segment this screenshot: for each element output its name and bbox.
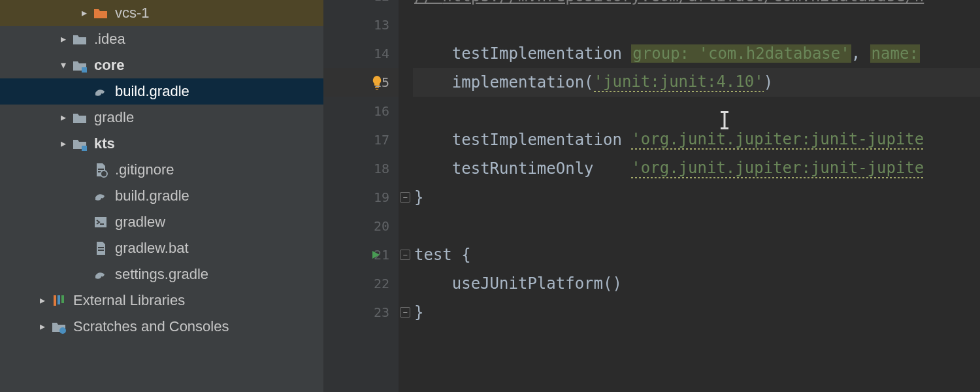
code-named-arg: group: 'com.h2database' [631, 44, 851, 63]
chevron-down-icon[interactable]: ▾ [56, 60, 71, 71]
code-line[interactable]: testImplementation 'org.junit.jupiter:ju… [413, 125, 980, 154]
code-identifier: implementation [452, 73, 584, 91]
tree-item-label: .idea [94, 31, 125, 48]
svg-point-11 [59, 327, 66, 334]
code-brace: } [414, 303, 423, 321]
fold-cell [399, 154, 413, 183]
code-line[interactable]: useJUnitPlatform() [413, 269, 980, 298]
text-icon [91, 239, 110, 257]
code-string: 'org.junit.jupiter:junit-jupite [631, 130, 924, 150]
svg-rect-1 [82, 146, 87, 151]
run-gutter-icon[interactable] [370, 250, 381, 260]
svg-rect-7 [98, 250, 104, 251]
tree-item[interactable]: ▸build.gradle [0, 78, 323, 105]
gutter-line[interactable]: 21 [323, 240, 399, 269]
line-number: 14 [374, 46, 389, 61]
tree-item[interactable]: ▸settings.gradle [0, 261, 323, 287]
tree-item[interactable]: ▸.gitignore [0, 157, 323, 183]
gutter-line[interactable]: 17 [323, 125, 399, 154]
gutter-line[interactable]: 22 [323, 269, 399, 298]
code-line[interactable]: } [413, 183, 980, 212]
svg-rect-6 [98, 247, 104, 248]
scratches-icon [50, 318, 68, 336]
tree-item[interactable]: ▸.idea [0, 26, 323, 52]
fold-cell[interactable]: − [399, 298, 413, 327]
fold-cell [399, 39, 413, 68]
gutter-line[interactable]: 14 [323, 39, 399, 68]
fold-start-icon[interactable]: − [400, 250, 410, 260]
module-icon [71, 135, 89, 153]
chevron-right-icon[interactable]: ▸ [56, 139, 71, 149]
code-line[interactable] [413, 97, 980, 125]
fold-cell[interactable]: − [399, 240, 413, 269]
gutter-line[interactable]: 13 [323, 10, 399, 39]
fold-cell [399, 0, 413, 10]
gutter-line[interactable]: 23 [323, 298, 399, 327]
gutter-line[interactable]: 16 [323, 97, 399, 125]
fold-end-icon[interactable]: − [400, 192, 410, 203]
fold-cell [399, 212, 413, 240]
gutter-line[interactable]: 19 [323, 183, 399, 212]
line-number: 19 [374, 189, 389, 205]
chevron-right-icon[interactable]: ▸ [77, 8, 91, 18]
tree-item[interactable]: ▸gradlew [0, 209, 323, 235]
code-line[interactable]: } [413, 298, 980, 327]
tree-item[interactable]: ▸kts [0, 131, 323, 157]
gutter-line[interactable]: 12 [323, 0, 399, 10]
code-editor[interactable]: // https://mvnrepository.com/artifact/co… [413, 0, 980, 392]
code-line[interactable]: testRuntimeOnly 'org.junit.jupiter:junit… [413, 154, 980, 183]
fold-strip[interactable]: −−− [399, 0, 413, 392]
tree-item[interactable]: ▸gradle [0, 105, 323, 131]
fold-end-icon[interactable]: − [400, 307, 410, 318]
code-identifier: testImplementation [452, 131, 632, 149]
gutter-line[interactable]: 20 [323, 212, 399, 240]
module-icon [71, 56, 89, 74]
code-line[interactable]: testImplementation group: 'com.h2databas… [413, 39, 980, 68]
code-line[interactable]: test { [413, 240, 980, 269]
tree-item-label: External Libraries [73, 292, 185, 309]
sh-icon [91, 213, 110, 231]
intention-bulb-icon[interactable] [369, 74, 385, 90]
code-line[interactable] [413, 212, 980, 240]
gradle-icon [91, 82, 110, 101]
tree-item[interactable]: ▾core [0, 52, 323, 78]
gutter-line[interactable]: 18 [323, 154, 399, 183]
code-identifier: test [414, 246, 461, 264]
tree-item[interactable]: ▸build.gradle [0, 183, 323, 209]
code-identifier: testRuntimeOnly [452, 159, 632, 178]
tree-item-label: build.gradle [115, 83, 189, 100]
line-number: 16 [374, 103, 389, 119]
tree-item[interactable]: ▸gradlew.bat [0, 235, 323, 261]
line-number: 17 [374, 132, 389, 148]
line-number: 20 [374, 218, 389, 234]
tree-item[interactable]: ▸Scratches and Consoles [0, 314, 323, 340]
chevron-right-icon[interactable]: ▸ [56, 34, 71, 44]
fold-cell[interactable]: − [399, 183, 413, 212]
chevron-right-icon[interactable]: ▸ [35, 295, 50, 306]
tree-item-label: gradlew [115, 214, 165, 231]
gutter-line[interactable]: 15 [323, 68, 399, 97]
tree-item[interactable]: ▸vcs-1 [0, 0, 323, 26]
gradle-icon [91, 265, 110, 284]
code-line-current[interactable]: implementation('junit:junit:4.10') [413, 68, 980, 97]
svg-rect-0 [82, 67, 87, 73]
fold-cell [399, 125, 413, 154]
code-string: 'org.junit.jupiter:junit-jupite [631, 159, 924, 178]
svg-point-4 [101, 171, 107, 177]
line-number: 23 [374, 304, 389, 320]
tree-item-label: gradlew.bat [115, 240, 189, 257]
folder-icon [71, 30, 89, 48]
gradle-icon [91, 187, 110, 205]
line-number: 12 [374, 0, 389, 4]
code-line[interactable] [413, 10, 980, 39]
chevron-right-icon[interactable]: ▸ [35, 321, 50, 332]
chevron-right-icon[interactable]: ▸ [56, 112, 71, 123]
svg-rect-9 [57, 295, 60, 304]
svg-rect-13 [376, 89, 378, 90]
code-brace: } [414, 188, 423, 206]
tree-item[interactable]: ▸External Libraries [0, 287, 323, 314]
code-line[interactable]: // https://mvnrepository.com/artifact/co… [413, 0, 980, 10]
project-tree[interactable]: ▸vcs-1▸.idea▾core▸build.gradle▸gradle▸kt… [0, 0, 323, 392]
line-number: 13 [374, 17, 389, 33]
tree-item-label: core [94, 57, 124, 74]
